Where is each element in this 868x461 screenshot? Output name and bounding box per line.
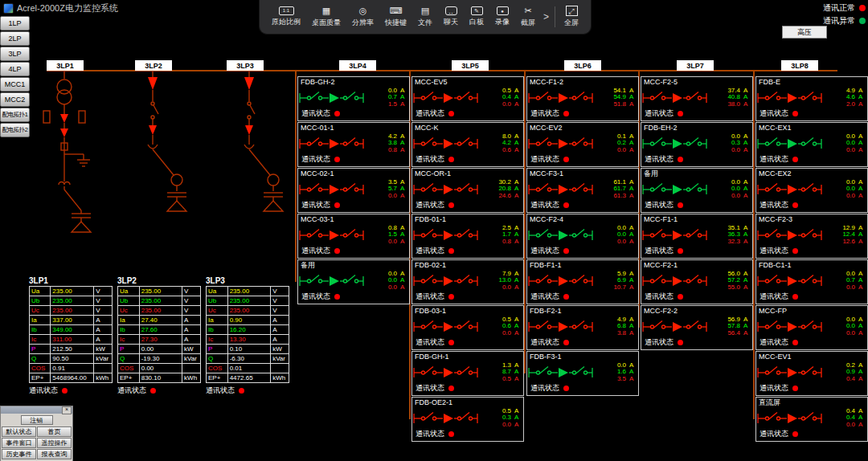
breaker-symbol[interactable] — [298, 225, 367, 246]
phase-currents: 61.1A61.7A61.3A — [596, 179, 638, 200]
phase-currents: 5.9A6.9A10.7A — [596, 271, 638, 292]
breaker-symbol[interactable] — [756, 408, 825, 429]
table-row: Q90.50kVar — [30, 354, 113, 364]
toolbar-record-button[interactable]: ●录像 — [489, 1, 515, 33]
phase-current-row: 38.0A — [710, 101, 750, 108]
toolbar-screenshot-button[interactable]: ✂截屏 — [515, 1, 541, 33]
breaker-symbol[interactable] — [298, 271, 367, 292]
toolbar-original-ratio-button[interactable]: 1:1原始比例 — [266, 1, 306, 33]
toolbar-desktop-quality-button[interactable]: ▦桌面质量 — [306, 1, 346, 33]
toolbar-more-button[interactable]: > — [541, 1, 551, 33]
feeder-title: MCC-03-1 — [298, 214, 409, 224]
comm-status-label: 通讯状态 — [530, 154, 559, 165]
breaker-symbol[interactable] — [527, 362, 596, 383]
row-name: Uc — [30, 306, 51, 316]
breaker-symbol[interactable] — [527, 88, 596, 108]
phase-currents: 0.1A0.2A0.0A — [596, 133, 638, 154]
screenshot-icon: ✂ — [523, 6, 534, 16]
breaker-symbol[interactable] — [756, 88, 825, 108]
breaker-symbol[interactable] — [527, 133, 596, 154]
breaker-symbol[interactable] — [641, 271, 710, 292]
sidebar-item-3lp[interactable]: 3LP — [0, 47, 30, 61]
breaker-symbol[interactable] — [641, 179, 710, 200]
high-voltage-button[interactable]: 高压 — [782, 26, 827, 39]
row-value: 311.00 — [51, 335, 94, 345]
breaker-symbol[interactable] — [756, 179, 825, 200]
breaker-symbol[interactable] — [641, 225, 710, 246]
breaker-symbol[interactable] — [641, 88, 710, 108]
sidebar-item-topo1[interactable]: 配电拓扑1 — [0, 108, 30, 122]
row-unit: V — [271, 296, 289, 306]
breaker-symbol[interactable] — [298, 133, 367, 154]
breaker-symbol[interactable] — [527, 271, 596, 292]
comm-status-label: 通讯状态 — [416, 337, 444, 348]
breaker-symbol[interactable] — [641, 133, 710, 154]
breaker-symbol[interactable] — [756, 133, 825, 154]
sidebar-item-mcc1[interactable]: MCC1 — [0, 77, 30, 92]
logout-button[interactable]: 注销 — [21, 415, 53, 425]
phase-currents: 37.4A40.8A38.0A — [710, 88, 752, 108]
event-window-button[interactable]: 事件窗口 — [2, 438, 36, 448]
current-value: 51.8 — [596, 101, 626, 108]
table-row: Ib16.20A — [207, 325, 289, 335]
breaker-symbol[interactable] — [412, 88, 481, 108]
phase-current-row: 0.0A — [367, 239, 407, 246]
comm-normal-dot — [859, 5, 866, 11]
table-row: Ia0.90A — [207, 316, 289, 325]
breaker-symbol[interactable] — [412, 316, 481, 337]
row-unit: kVar — [182, 354, 201, 364]
comm-status: 通讯状态 — [641, 246, 752, 256]
phase-currents: 3.5A5.7A0.0A — [367, 179, 409, 200]
toolbar-chat-button[interactable]: ‥聊天 — [438, 1, 464, 33]
toolbar-fullscreen-button[interactable]: ⤢ 全屏 — [559, 1, 584, 33]
sidebar-item-4lp[interactable]: 4LP — [0, 62, 30, 76]
nav-popup-titlebar[interactable]: × — [1, 406, 72, 414]
breaker-symbol[interactable] — [412, 133, 481, 154]
phase-currents: 0.0A0.0A0.0A — [825, 133, 867, 154]
row-name: Ub — [30, 296, 51, 306]
comm-status-dot — [792, 386, 798, 391]
history-events-button[interactable]: 历史事件 — [2, 449, 36, 459]
table-row: Ua235.00V — [118, 287, 201, 296]
breaker-symbol[interactable] — [527, 225, 596, 246]
comm-status-dot — [563, 386, 569, 391]
breaker-symbol[interactable] — [527, 179, 596, 200]
breaker-symbol[interactable] — [756, 271, 825, 292]
home-button[interactable]: 首页 — [37, 426, 72, 437]
breaker-symbol[interactable] — [756, 225, 825, 246]
current-unit: A — [400, 147, 407, 154]
sidebar-item-1lp[interactable]: 1LP — [0, 16, 30, 31]
comm-status-label: 通讯状态 — [416, 154, 444, 165]
comm-status-dot — [678, 294, 683, 300]
toolbar-files-button[interactable]: ▤文件 — [412, 1, 438, 33]
current-unit: A — [858, 330, 865, 337]
sidebar-item-topo2[interactable]: 配电拓扑2 — [0, 123, 30, 137]
remote-control-button[interactable]: 遥控操作 — [37, 438, 72, 448]
breaker-symbol[interactable] — [298, 179, 367, 200]
breaker-symbol[interactable] — [641, 316, 710, 337]
close-icon[interactable]: × — [62, 406, 72, 414]
window-title: Acrel-2000Z电力监控系统 — [17, 2, 118, 14]
comm-status-label: 通讯状态 — [530, 108, 559, 119]
breaker-symbol[interactable] — [412, 362, 481, 383]
sidebar-item-mcc2[interactable]: MCC2 — [0, 92, 30, 107]
toolbar-hotkeys-button[interactable]: ⌨快捷键 — [379, 1, 412, 33]
feeder-title: MCC-F1-2 — [527, 77, 638, 87]
sidebar-item-2lp[interactable]: 2LP — [0, 31, 30, 46]
breaker-symbol[interactable] — [527, 316, 596, 337]
breaker-symbol[interactable] — [412, 408, 481, 429]
toolbar-whiteboard-button[interactable]: ✎白板 — [464, 1, 489, 33]
toolbar-resolution-button[interactable]: ◎分辨率 — [346, 1, 379, 33]
current-value: 10.7 — [596, 284, 626, 292]
breaker-symbol[interactable] — [756, 362, 825, 383]
breaker-symbol[interactable] — [412, 225, 481, 246]
default-state-button[interactable]: 默认状态 — [2, 426, 36, 437]
breaker-symbol[interactable] — [412, 179, 481, 200]
feeder-title: MCC-K — [412, 123, 523, 133]
breaker-symbol[interactable] — [298, 88, 367, 108]
report-query-button[interactable]: 报表查询 — [37, 449, 72, 459]
breaker-symbol[interactable] — [756, 316, 825, 337]
breaker-symbol[interactable] — [412, 271, 481, 292]
feeder-title: MCC-F2-2 — [641, 306, 752, 316]
feeder-panel: MCC-F2-40.0A0.0A0.0A通讯状态 — [526, 214, 639, 259]
